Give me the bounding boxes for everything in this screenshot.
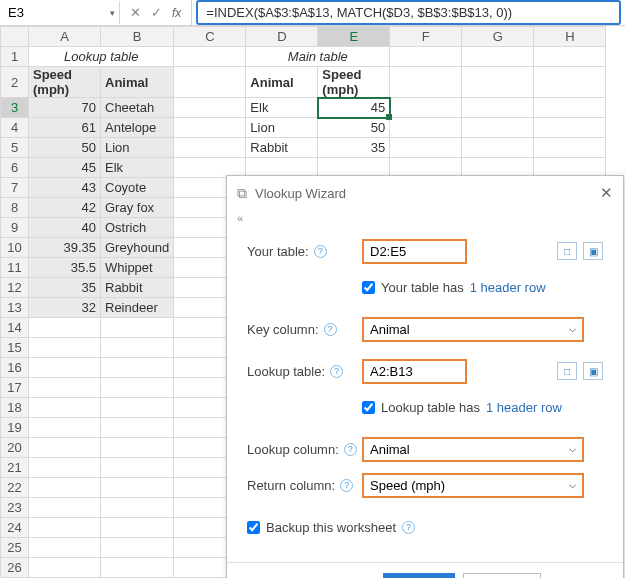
your-table-label: Your table: <box>247 244 309 259</box>
row-header[interactable]: 9 <box>1 218 29 238</box>
select-all[interactable] <box>1 27 29 47</box>
help-icon[interactable]: ? <box>324 323 337 336</box>
help-icon[interactable]: ? <box>314 245 327 258</box>
cell[interactable]: 70 <box>29 98 101 118</box>
cell[interactable]: Antelope <box>101 118 174 138</box>
cell[interactable]: Gray fox <box>101 198 174 218</box>
expand-icon[interactable]: « <box>227 210 623 230</box>
help-icon[interactable]: ? <box>402 521 415 534</box>
cancel-fx-icon[interactable]: ✕ <box>130 5 141 20</box>
col-header[interactable]: G <box>462 27 534 47</box>
cell[interactable]: Rabbit <box>246 138 318 158</box>
formula-input[interactable]: =INDEX($A$3:$A$13, MATCH($D3, $B$3:$B$13… <box>196 0 621 25</box>
cell[interactable]: Reindeer <box>101 298 174 318</box>
row-header[interactable]: 19 <box>1 418 29 438</box>
cell[interactable]: Cheetah <box>101 98 174 118</box>
cell[interactable]: 32 <box>29 298 101 318</box>
cell[interactable]: Rabbit <box>101 278 174 298</box>
your-table-header-checkbox[interactable] <box>362 281 375 294</box>
cell[interactable]: 50 <box>29 138 101 158</box>
row-header[interactable]: 8 <box>1 198 29 218</box>
row-header[interactable]: 4 <box>1 118 29 138</box>
row-header[interactable]: 1 <box>1 47 29 67</box>
row-header[interactable]: 2 <box>1 67 29 98</box>
help-icon[interactable]: ? <box>344 443 357 456</box>
header-row-link[interactable]: 1 header row <box>470 280 546 295</box>
header-speed-2: Speed (mph) <box>318 67 390 98</box>
name-box-dropdown-icon[interactable]: ▾ <box>110 8 115 18</box>
key-column-select[interactable]: Animal <box>362 317 584 342</box>
name-box[interactable] <box>4 3 89 22</box>
row-header[interactable]: 23 <box>1 498 29 518</box>
row-header[interactable]: 3 <box>1 98 29 118</box>
cell[interactable]: 43 <box>29 178 101 198</box>
expand-range-icon[interactable]: ▣ <box>583 242 603 260</box>
main-title: Main table <box>246 47 390 67</box>
cell[interactable]: 35 <box>318 138 390 158</box>
row-header[interactable]: 5 <box>1 138 29 158</box>
cell[interactable]: 40 <box>29 218 101 238</box>
backup-checkbox[interactable] <box>247 521 260 534</box>
cell[interactable]: Coyote <box>101 178 174 198</box>
cell[interactable]: Greyhound <box>101 238 174 258</box>
row-header[interactable]: 21 <box>1 458 29 478</box>
cell[interactable]: Elk <box>101 158 174 178</box>
row-header[interactable]: 16 <box>1 358 29 378</box>
cell[interactable]: Whippet <box>101 258 174 278</box>
expand-range-icon[interactable]: ▣ <box>583 362 603 380</box>
col-header[interactable]: F <box>390 27 462 47</box>
dialog-footer: Ablebits ⌵ F1 ➝ Insert Cancel <box>227 562 623 578</box>
active-cell[interactable]: 45 <box>318 98 390 118</box>
row-header[interactable]: 26 <box>1 558 29 578</box>
row-header[interactable]: 14 <box>1 318 29 338</box>
help-icon[interactable]: ? <box>340 479 353 492</box>
col-header[interactable]: C <box>174 27 246 47</box>
row-header[interactable]: 10 <box>1 238 29 258</box>
row-header[interactable]: 6 <box>1 158 29 178</box>
lookup-table-input[interactable] <box>362 359 467 384</box>
fx-icon[interactable]: fx <box>172 6 181 20</box>
your-table-input[interactable] <box>362 239 467 264</box>
cancel-button[interactable]: Cancel <box>463 573 541 578</box>
header-speed: Speed (mph) <box>29 67 101 98</box>
row-header[interactable]: 24 <box>1 518 29 538</box>
cell[interactable]: 45 <box>29 158 101 178</box>
cell[interactable]: Elk <box>246 98 318 118</box>
row-header[interactable]: 25 <box>1 538 29 558</box>
row-header[interactable]: 17 <box>1 378 29 398</box>
row-header[interactable]: 18 <box>1 398 29 418</box>
select-range-icon[interactable]: □ <box>557 242 577 260</box>
row-header[interactable]: 12 <box>1 278 29 298</box>
row-header[interactable]: 11 <box>1 258 29 278</box>
col-header[interactable]: B <box>101 27 174 47</box>
cell[interactable]: 42 <box>29 198 101 218</box>
cell[interactable]: Lion <box>246 118 318 138</box>
fill-handle[interactable] <box>386 114 392 120</box>
vlookup-wizard-dialog: ⧉ Vlookup Wizard ✕ « Your table:? □ ▣ Yo… <box>226 175 624 578</box>
header-row-link[interactable]: 1 header row <box>486 400 562 415</box>
row-header[interactable]: 13 <box>1 298 29 318</box>
col-header[interactable]: E <box>318 27 390 47</box>
row-header[interactable]: 7 <box>1 178 29 198</box>
accept-fx-icon[interactable]: ✓ <box>151 5 162 20</box>
col-header[interactable]: H <box>534 27 606 47</box>
cell[interactable]: 50 <box>318 118 390 138</box>
help-icon[interactable]: ? <box>330 365 343 378</box>
cell[interactable]: 35 <box>29 278 101 298</box>
row-header[interactable]: 15 <box>1 338 29 358</box>
close-icon[interactable]: ✕ <box>600 184 613 202</box>
insert-button[interactable]: Insert <box>383 573 455 578</box>
cell[interactable]: 61 <box>29 118 101 138</box>
cell[interactable]: Ostrich <box>101 218 174 238</box>
return-column-select[interactable]: Speed (mph) <box>362 473 584 498</box>
row-header[interactable]: 22 <box>1 478 29 498</box>
lookup-column-select[interactable]: Animal <box>362 437 584 462</box>
cell[interactable]: Lion <box>101 138 174 158</box>
row-header[interactable]: 20 <box>1 438 29 458</box>
cell[interactable]: 39.35 <box>29 238 101 258</box>
lookup-table-header-checkbox[interactable] <box>362 401 375 414</box>
col-header[interactable]: D <box>246 27 318 47</box>
cell[interactable]: 35.5 <box>29 258 101 278</box>
col-header[interactable]: A <box>29 27 101 47</box>
select-range-icon[interactable]: □ <box>557 362 577 380</box>
